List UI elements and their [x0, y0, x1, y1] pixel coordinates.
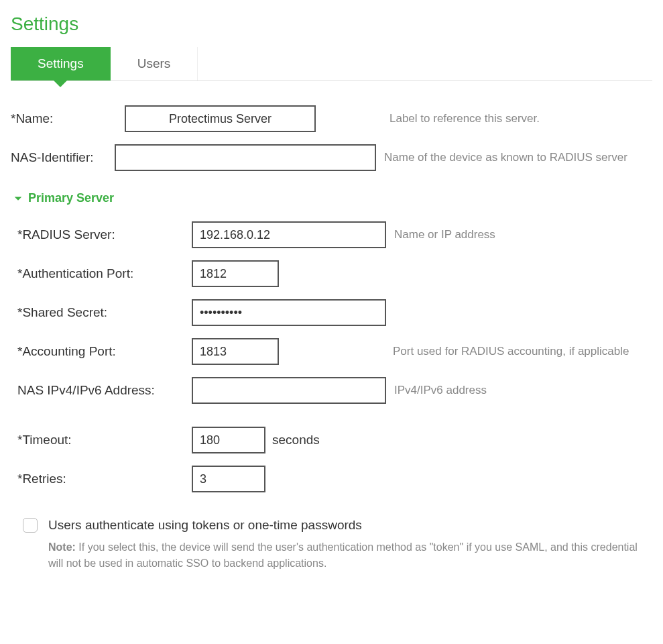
tab-settings[interactable]: Settings — [11, 47, 111, 80]
timeout-suffix: seconds — [272, 433, 320, 447]
auth-port-label: *Authentication Port: — [17, 266, 192, 281]
note-prefix: Note: — [48, 541, 76, 553]
nas-identifier-input[interactable] — [115, 144, 376, 171]
chevron-down-icon — [13, 194, 23, 203]
auth-port-input[interactable] — [192, 260, 279, 287]
primary-server-toggle[interactable]: Primary Server — [13, 191, 652, 205]
retries-label: *Retries: — [17, 472, 192, 486]
name-input[interactable] — [125, 105, 316, 132]
nas-identifier-hint: Name of the device as known to RADIUS se… — [384, 151, 627, 164]
accounting-port-hint: Port used for RADIUS accounting, if appl… — [393, 345, 629, 358]
nas-addr-hint: IPv4/IPv6 address — [394, 384, 487, 397]
accounting-port-input[interactable] — [192, 338, 279, 365]
page-title: Settings — [11, 13, 652, 35]
token-auth-checkbox[interactable] — [23, 518, 38, 533]
name-label: *Name: — [11, 111, 125, 126]
token-auth-label: Users authenticate using tokens or one-t… — [48, 518, 362, 533]
radius-server-label: *RADIUS Server: — [17, 227, 192, 242]
tab-users[interactable]: Users — [111, 47, 198, 80]
tab-bar: Settings Users — [11, 47, 652, 81]
nas-identifier-label: NAS-Identifier: — [11, 150, 115, 165]
retries-input[interactable] — [192, 466, 265, 492]
note-text: If you select this, the device will send… — [48, 541, 638, 569]
accounting-port-label: *Accounting Port: — [17, 344, 192, 359]
radius-server-hint: Name or IP address — [394, 228, 495, 241]
radius-server-input[interactable] — [192, 221, 386, 248]
name-hint: Label to reference this server. — [389, 112, 652, 125]
token-auth-note: Note: If you select this, the device wil… — [48, 539, 652, 572]
shared-secret-label: *Shared Secret: — [17, 305, 192, 320]
primary-server-header-text: Primary Server — [28, 191, 114, 205]
nas-addr-input[interactable] — [192, 377, 386, 404]
timeout-input[interactable] — [192, 427, 265, 453]
nas-addr-label: NAS IPv4/IPv6 Address: — [17, 383, 192, 398]
timeout-label: *Timeout: — [17, 433, 192, 447]
shared-secret-input[interactable] — [192, 299, 386, 326]
